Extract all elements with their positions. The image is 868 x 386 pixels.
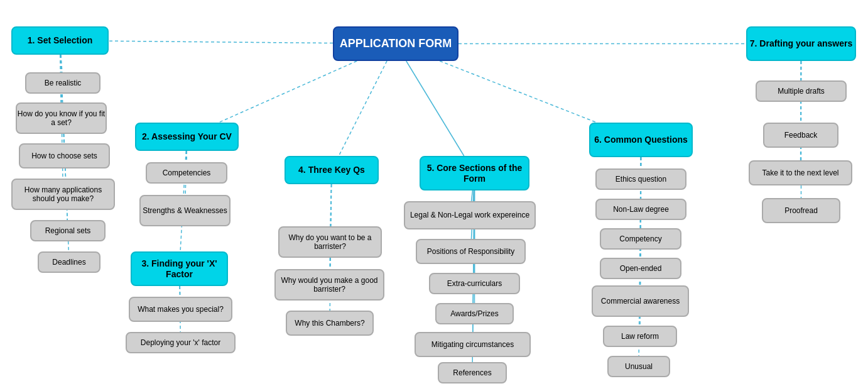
node-open_ended[interactable]: Open-ended (600, 258, 681, 279)
node-regional_sets[interactable]: Regional sets (30, 220, 106, 241)
node-set_selection[interactable]: 1. Set Selection (11, 26, 109, 55)
node-deploying_x[interactable]: Deploying your 'x' factor (126, 332, 236, 353)
svg-line-4 (440, 61, 597, 123)
node-extra_curriculars[interactable]: Extra-curriculars (429, 273, 520, 294)
node-multiple_drafts[interactable]: Multiple drafts (756, 80, 847, 102)
node-feedback[interactable]: Feedback (763, 123, 838, 148)
svg-line-15 (180, 286, 180, 297)
node-references[interactable]: References (438, 362, 507, 383)
node-good_barrister[interactable]: Why would you make a good barrister? (274, 269, 384, 301)
svg-line-0 (109, 41, 333, 43)
node-drafting_answers[interactable]: 7. Drafting your answers (746, 26, 856, 61)
node-law_reform[interactable]: Law reform (603, 326, 677, 347)
node-strengths_weaknesses[interactable]: Strengths & Weaknesses (139, 195, 231, 226)
node-positions_responsibility[interactable]: Positions of Responsibility (416, 239, 526, 264)
node-unusual[interactable]: Unusual (607, 356, 670, 377)
node-application_form[interactable]: APPLICATION FORM (333, 26, 458, 61)
node-competencies[interactable]: Competencies (146, 162, 227, 184)
node-how_do_you_know[interactable]: How do you know if you fit a set? (16, 102, 107, 134)
node-take_next_level[interactable]: Take it to the next level (749, 160, 852, 185)
mind-map-canvas: APPLICATION FORM1. Set SelectionBe reali… (0, 0, 868, 386)
node-three_key_qs[interactable]: 4. Three Key Qs (285, 156, 379, 184)
node-commercial_awareness[interactable]: Commercial awareness (592, 285, 689, 317)
node-legal_nonlegal[interactable]: Legal & Non-Legal work expereince (404, 201, 536, 229)
node-awards_prizes[interactable]: Awards/Prizes (435, 303, 514, 324)
svg-line-1 (219, 61, 357, 123)
node-assessing_cv[interactable]: 2. Assessing Your CV (135, 123, 239, 151)
node-be_realistic[interactable]: Be realistic (25, 72, 100, 94)
node-finding_x_factor[interactable]: 3. Finding your 'X' Factor (131, 251, 228, 286)
node-how_to_choose[interactable]: How to choose sets (19, 143, 110, 168)
node-why_chambers[interactable]: Why this Chambers? (286, 311, 374, 336)
node-non_law_degree[interactable]: Non-Law degree (595, 199, 686, 220)
node-deadlines[interactable]: Deadlines (38, 251, 100, 273)
svg-line-17 (330, 184, 331, 226)
node-proofread[interactable]: Proofread (762, 198, 840, 223)
svg-line-2 (339, 61, 387, 156)
svg-line-3 (406, 61, 464, 156)
node-core_sections[interactable]: 5. Core Sections of the Form (420, 156, 529, 190)
node-why_barrister[interactable]: Why do you want to be a barrister? (278, 226, 382, 258)
node-ethics_question[interactable]: Ethics question (595, 168, 686, 190)
svg-line-20 (472, 190, 473, 201)
node-competency[interactable]: Competency (600, 228, 681, 250)
svg-line-6 (61, 55, 62, 72)
node-mitigating[interactable]: Mitigating circumstances (415, 332, 531, 357)
node-common_questions[interactable]: 6. Common Questions (589, 123, 693, 157)
node-what_makes_special[interactable]: What makes you special? (129, 297, 232, 322)
node-how_many_applications[interactable]: How many applications should you make? (11, 179, 115, 210)
